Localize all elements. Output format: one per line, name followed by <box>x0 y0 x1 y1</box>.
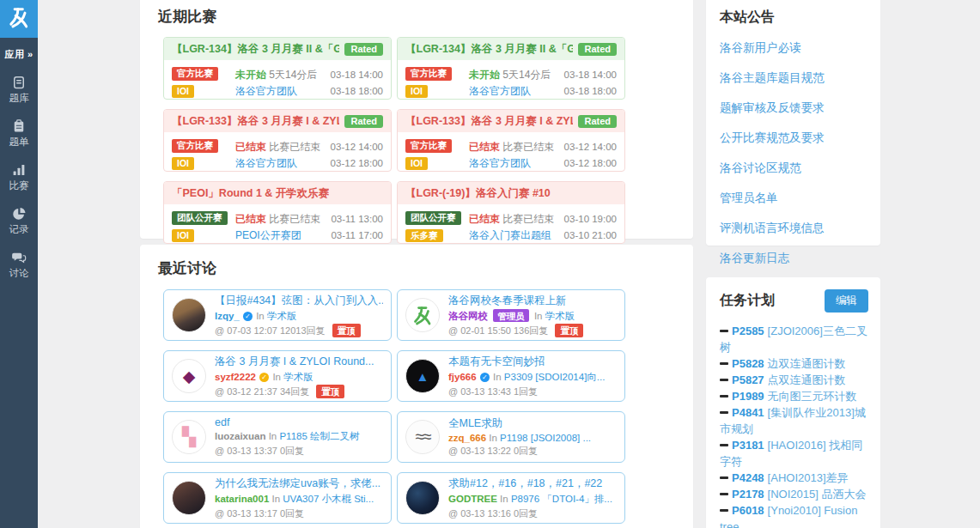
dark-navy-avatar[interactable] <box>405 481 440 515</box>
sidebar-item-contests[interactable]: 比赛 <box>0 162 38 192</box>
discussion-forum-link[interactable]: P1198 [JSOI2008] ... <box>500 433 591 443</box>
announcement-link[interactable]: 洛谷主题库题目规范 <box>720 70 867 86</box>
contest-title[interactable]: 【LGR-133】洛谷 3 月月赛 I & ZYLOI ... <box>172 114 339 129</box>
contest-card[interactable]: 【LGR-134】洛谷 3 月月赛 II &「GLR ... Rated 官方比… <box>163 37 392 100</box>
discussion-forum-link[interactable]: 学术版 <box>267 311 297 321</box>
discussion-user-link[interactable]: GODTREE <box>448 494 497 504</box>
discussion-forum-link[interactable]: 学术版 <box>283 372 313 382</box>
discussion-user-link[interactable]: lzqy_ <box>215 311 240 321</box>
task-problem-id[interactable]: P1989 <box>732 390 764 403</box>
announcement-link[interactable]: 洛谷新用户必读 <box>720 40 867 56</box>
discussion-card[interactable]: 求助#12，#16，#18，#21，#22 GODTREE In P8976 「… <box>397 472 625 524</box>
contest-card[interactable]: 【LGR-(-19)】洛谷入门赛 #10 团队公开赛 乐多赛 已结束 比赛已结束… <box>397 181 625 244</box>
discussion-grid: 【日报#434】弦图：从入门到入入... lzqy_ ✓ In 学术版 @ 07… <box>163 289 693 524</box>
discussion-forum-link[interactable]: P3309 [SDOI2014]向... <box>504 372 606 382</box>
task-plan-panel: 任务计划 编辑 P2585[ZJOI2006]三色二叉树 P5828边双连通图计… <box>706 277 880 528</box>
task-problem-id[interactable]: P4841 <box>732 406 764 419</box>
task-problem-name[interactable]: 无向图三元环计数 <box>768 390 857 403</box>
contest-card[interactable]: 【LGR-133】洛谷 3 月月赛 I & ZYLOI ... Rated 官方… <box>163 109 392 172</box>
announcement-link[interactable]: 洛谷更新日志 <box>720 251 867 266</box>
task-problem-id[interactable]: P5828 <box>732 357 764 370</box>
contest-end-time: 03-18 18:00 <box>321 83 383 100</box>
discussion-meta: @ 03-12 21:37 34回复 <box>215 386 309 397</box>
contest-card-body: 团队公开赛 IOI 已结束 比赛已结束 PEOI公开赛团 03-11 13:00… <box>164 204 391 244</box>
discussion-card[interactable]: ▲ 本题有无卡空间妙招 fjy666 ✓ In P3309 [SDOI2014]… <box>397 350 625 402</box>
discussion-user-link[interactable]: syzf2222 <box>215 372 256 382</box>
discussion-title-link[interactable]: 为什么我无法绑定uva账号，求佬... <box>215 476 383 491</box>
discussion-title-link[interactable]: 本题有无卡空间妙招 <box>448 355 617 369</box>
purple-mosaic-avatar[interactable]: ◆ <box>172 359 206 393</box>
discussion-title-link[interactable]: 求助#12，#16，#18，#21，#22 <box>448 476 617 491</box>
announcement-link[interactable]: 管理员名单 <box>720 191 867 206</box>
edit-button[interactable]: 编辑 <box>825 289 868 313</box>
sidebar-item-problem-lists[interactable]: 题单 <box>0 118 38 149</box>
discussion-meta: @ 07-03 12:07 12013回复 <box>215 325 326 336</box>
task-problem-id[interactable]: P6018 <box>732 504 764 517</box>
task-problem-id[interactable]: P2585 <box>732 325 764 337</box>
discussion-user-link[interactable]: zzq_666 <box>448 433 486 443</box>
contest-title[interactable]: 【LGR-(-19)】洛谷入门赛 #10 <box>405 186 551 201</box>
sidebar-item-discussions[interactable]: 讨论 <box>0 250 38 280</box>
sidebar-item-apps[interactable]: 应用 » <box>0 48 38 61</box>
luogu-logo[interactable] <box>0 0 38 38</box>
contest-host-link[interactable]: PEOI公开赛团 <box>235 229 301 241</box>
task-problem-id[interactable]: P4248 <box>732 471 764 484</box>
task-problem-name[interactable]: [NOI2015] 品酒大会 <box>768 488 867 501</box>
task-problem-name[interactable]: 点双连通图计数 <box>768 373 846 386</box>
contest-rule-tag: IOI <box>172 85 194 99</box>
contest-status: 未开始 <box>469 69 500 81</box>
discussion-forum-link[interactable]: UVA307 小木棍 Sti... <box>283 494 374 504</box>
announcement-link[interactable]: 公开比赛规范及要求 <box>720 130 867 146</box>
contest-title[interactable]: 【LGR-133】洛谷 3 月月赛 I & ZYLOI ... <box>405 114 573 129</box>
discussion-card[interactable]: ▚ edf luozaixuan In P1185 绘制二叉树 @ 03-13 … <box>163 411 392 463</box>
contest-card[interactable]: 【LGR-134】洛谷 3 月月赛 II &「GLR-... Rated 官方比… <box>397 37 625 100</box>
sidebar-item-records[interactable]: 记录 <box>0 206 38 236</box>
discussion-user-link[interactable]: 洛谷网校 <box>448 311 488 321</box>
discussion-title-link[interactable]: 【日报#434】弦图：从入门到入入... <box>215 294 383 308</box>
contest-title[interactable]: 「PEOI」Round 1 & 开学欢乐赛 <box>172 186 329 201</box>
discussion-card[interactable]: 为什么我无法绑定uva账号，求佬... katarina001 In UVA30… <box>163 472 392 524</box>
pink-mosaic-avatar[interactable]: ▚ <box>172 420 206 454</box>
bar-chart-icon <box>0 162 38 178</box>
task-problem-id[interactable]: P3181 <box>732 439 764 452</box>
discussion-title-link[interactable]: edf <box>215 416 383 428</box>
contest-host-link[interactable]: 洛谷官方团队 <box>469 157 531 169</box>
sidebar-item-problems[interactable]: 题库 <box>0 75 38 105</box>
anime-dark-avatar[interactable] <box>172 481 206 515</box>
luogu-green-logo-avatar[interactable] <box>405 298 440 332</box>
contest-title[interactable]: 【LGR-134】洛谷 3 月月赛 II &「GLR-... <box>405 42 573 57</box>
contest-host-link[interactable]: 洛谷官方团队 <box>469 85 531 97</box>
contest-status: 已结束 <box>469 213 500 225</box>
discussion-user-link[interactable]: fjy666 <box>448 372 477 382</box>
discussion-title-link[interactable]: 全MLE求助 <box>448 416 617 431</box>
discussion-card[interactable]: ◆ 洛谷 3 月月赛 I & ZYLOI Round... syzf2222 ✓… <box>163 350 392 402</box>
task-problem-id[interactable]: P2178 <box>732 488 764 501</box>
discussion-user-link[interactable]: luozaixuan <box>215 431 265 441</box>
scribble-avatar[interactable]: ≈≈ <box>405 420 440 454</box>
discussion-card[interactable]: 【日报#434】弦图：从入门到入入... lzqy_ ✓ In 学术版 @ 07… <box>163 289 392 341</box>
task-problem-name[interactable]: 边双连通图计数 <box>768 357 846 370</box>
task-problem-name[interactable]: [AHOI2013]差异 <box>768 471 849 484</box>
announcement-link[interactable]: 洛谷讨论区规范 <box>720 161 867 176</box>
announcement-link[interactable]: 评测机语言环境信息 <box>720 221 867 236</box>
site-announcements-title: 本站公告 <box>720 9 867 27</box>
discussion-forum-link[interactable]: P8976 「DTOI-4」排... <box>511 494 612 504</box>
discussion-title-link[interactable]: 洛谷网校冬春季课程上新 <box>448 294 617 308</box>
task-problem-id[interactable]: P5827 <box>732 373 764 386</box>
discussion-user-link[interactable]: katarina001 <box>215 494 269 504</box>
discussion-forum-link[interactable]: P1185 绘制二叉树 <box>279 431 359 441</box>
discussion-title-link[interactable]: 洛谷 3 月月赛 I & ZYLOI Round... <box>215 355 383 369</box>
discussion-card[interactable]: 洛谷网校冬春季课程上新 洛谷网校 管理员 In 学术版 @ 02-01 15:5… <box>397 289 625 341</box>
task-item: P2585[ZJOI2006]三色二叉树 <box>720 323 868 355</box>
contest-host-link[interactable]: 洛谷入门赛出题组 <box>469 229 551 241</box>
contest-host-link[interactable]: 洛谷官方团队 <box>235 85 297 97</box>
contest-card[interactable]: 【LGR-133】洛谷 3 月月赛 I & ZYLOI ... Rated 官方… <box>397 109 625 172</box>
announcement-link[interactable]: 题解审核及反馈要求 <box>720 100 867 116</box>
discussion-card[interactable]: ≈≈ 全MLE求助 zzq_666 In P1198 [JSOI2008] ..… <box>397 411 625 463</box>
discussion-forum-link[interactable]: 学术版 <box>545 311 575 321</box>
anime-brown-avatar[interactable] <box>172 298 206 332</box>
contest-card[interactable]: 「PEOI」Round 1 & 开学欢乐赛 团队公开赛 IOI 已结束 比赛已结… <box>163 181 392 244</box>
contest-title[interactable]: 【LGR-134】洛谷 3 月月赛 II &「GLR ... <box>172 42 339 57</box>
contest-host-link[interactable]: 洛谷官方团队 <box>235 157 297 169</box>
dark-blue-triangle-avatar[interactable]: ▲ <box>405 359 440 393</box>
